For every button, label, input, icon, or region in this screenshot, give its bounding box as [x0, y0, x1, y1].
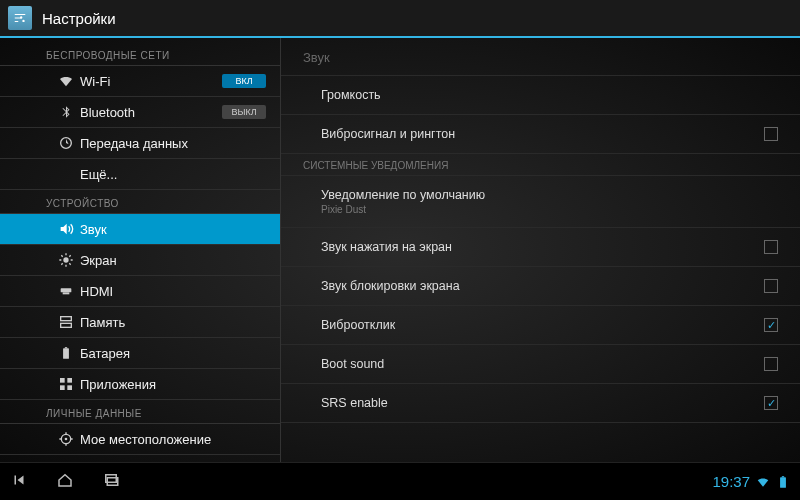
sidebar-item-label: Передача данных	[80, 136, 188, 151]
pref-title: Boot sound	[321, 357, 764, 371]
hdmi-icon	[58, 283, 74, 299]
sidebar-item-ещ-[interactable]: Ещё...	[0, 159, 280, 190]
pref-title: SRS enable	[321, 396, 764, 410]
pref-громкость[interactable]: Громкость	[281, 76, 800, 115]
clock: 19:37	[712, 473, 750, 490]
svg-rect-13	[67, 385, 72, 390]
svg-point-0	[22, 20, 24, 22]
pref-звук-нажатия-на-экран[interactable]: Звук нажатия на экран	[281, 228, 800, 267]
battery-icon	[58, 345, 74, 361]
svg-point-1	[20, 16, 22, 18]
sidebar-item-label: Bluetooth	[80, 105, 135, 120]
svg-rect-9	[65, 347, 67, 348]
wifi-status-icon	[756, 475, 770, 489]
sidebar-item-звук[interactable]: Звук	[0, 214, 280, 245]
pref-title: Звук блокировки экрана	[321, 279, 764, 293]
sidebar-item-память[interactable]: Память	[0, 307, 280, 338]
checkbox[interactable]	[764, 357, 778, 371]
sidebar-item-безопасность[interactable]: Безопасность	[0, 455, 280, 462]
battery-status-icon	[776, 475, 790, 489]
svg-rect-20	[782, 476, 784, 477]
sidebar-item-label: Батарея	[80, 346, 130, 361]
svg-rect-8	[63, 348, 69, 359]
svg-rect-12	[60, 385, 65, 390]
page-title: Настройки	[42, 10, 116, 27]
back-button[interactable]	[10, 471, 28, 492]
checkbox[interactable]: ✓	[764, 318, 778, 332]
svg-rect-5	[63, 292, 70, 294]
sound-icon	[58, 221, 74, 237]
pref-srs-enable[interactable]: SRS enable✓	[281, 384, 800, 423]
checkbox[interactable]	[764, 127, 778, 141]
sidebar-section-header: БЕСПРОВОДНЫЕ СЕТИ	[0, 42, 280, 66]
data-icon	[58, 135, 74, 151]
system-nav-bar: 19:37	[0, 462, 800, 500]
toggle-switch[interactable]: ВКЛ	[222, 74, 266, 88]
sidebar-item-передача-данных[interactable]: Передача данных	[0, 128, 280, 159]
toggle-switch[interactable]: ВЫКЛ	[222, 105, 266, 119]
bluetooth-icon	[58, 104, 74, 120]
svg-rect-7	[61, 323, 72, 327]
detail-header: Звук	[281, 38, 800, 76]
sidebar-item-приложения[interactable]: Приложения	[0, 369, 280, 400]
apps-icon	[58, 376, 74, 392]
sidebar-item-label: Ещё...	[80, 167, 117, 182]
checkbox[interactable]	[764, 279, 778, 293]
sidebar-item-bluetooth[interactable]: BluetoothВЫКЛ	[0, 97, 280, 128]
blank-icon	[58, 166, 74, 182]
pref-звук-блокировки-экрана[interactable]: Звук блокировки экрана	[281, 267, 800, 306]
svg-rect-6	[61, 317, 72, 321]
svg-rect-19	[780, 477, 786, 488]
pref-title: Уведомление по умолчанию	[321, 188, 778, 202]
checkbox[interactable]: ✓	[764, 396, 778, 410]
sidebar-item-hdmi[interactable]: HDMI	[0, 276, 280, 307]
sidebar-item-label: Экран	[80, 253, 117, 268]
main-content: БЕСПРОВОДНЫЕ СЕТИWi-FiВКЛBluetoothВЫКЛПе…	[0, 38, 800, 462]
pref-title: Звук нажатия на экран	[321, 240, 764, 254]
svg-point-15	[65, 438, 68, 441]
sidebar-section-header: ЛИЧНЫЕ ДАННЫЕ	[0, 400, 280, 424]
status-area[interactable]: 19:37	[712, 473, 790, 490]
pref-виброотклик[interactable]: Виброотклик✓	[281, 306, 800, 345]
sidebar-item-экран[interactable]: Экран	[0, 245, 280, 276]
svg-rect-4	[61, 288, 72, 292]
settings-sidebar[interactable]: БЕСПРОВОДНЫЕ СЕТИWi-FiВКЛBluetoothВЫКЛПе…	[0, 38, 280, 462]
detail-section-header: СИСТЕМНЫЕ УВЕДОМЛЕНИЯ	[281, 154, 800, 176]
svg-rect-10	[60, 378, 65, 383]
settings-app-icon	[8, 6, 32, 30]
location-icon	[58, 431, 74, 447]
settings-detail-panel[interactable]: ЗвукГромкостьВибросигнал и рингтонСИСТЕМ…	[280, 38, 800, 462]
sidebar-item-wi-fi[interactable]: Wi-FiВКЛ	[0, 66, 280, 97]
pref-subtitle: Pixie Dust	[321, 204, 778, 215]
pref-title: Вибросигнал и рингтон	[321, 127, 764, 141]
sidebar-item-label: Мое местоположение	[80, 432, 211, 447]
checkbox[interactable]	[764, 240, 778, 254]
sidebar-item-label: Wi-Fi	[80, 74, 110, 89]
svg-rect-11	[67, 378, 72, 383]
pref-boot-sound[interactable]: Boot sound	[281, 345, 800, 384]
sidebar-item-label: Звук	[80, 222, 107, 237]
recents-button[interactable]	[102, 471, 120, 492]
sidebar-item-label: HDMI	[80, 284, 113, 299]
sidebar-item-мое-местоположение[interactable]: Мое местоположение	[0, 424, 280, 455]
pref-уведомление-по-умолчанию[interactable]: Уведомление по умолчаниюPixie Dust	[281, 176, 800, 228]
storage-icon	[58, 314, 74, 330]
sidebar-section-header: УСТРОЙСТВО	[0, 190, 280, 214]
pref-title: Виброотклик	[321, 318, 764, 332]
sidebar-item-label: Приложения	[80, 377, 156, 392]
sidebar-item-батарея[interactable]: Батарея	[0, 338, 280, 369]
svg-point-3	[63, 257, 68, 262]
display-icon	[58, 252, 74, 268]
sidebar-item-label: Память	[80, 315, 125, 330]
action-bar: Настройки	[0, 0, 800, 38]
home-button[interactable]	[56, 471, 74, 492]
pref-вибросигнал-и-рингтон[interactable]: Вибросигнал и рингтон	[281, 115, 800, 154]
pref-title: Громкость	[321, 88, 778, 102]
wifi-icon	[58, 73, 74, 89]
